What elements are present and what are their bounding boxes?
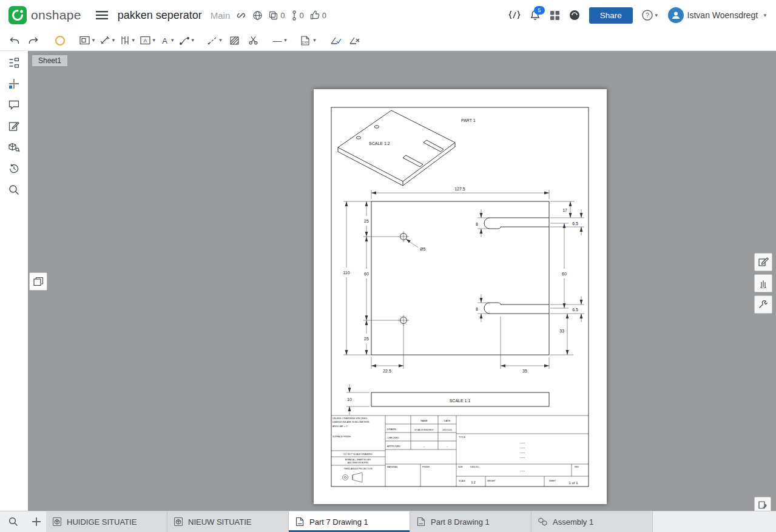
text-button[interactable]: A ▼ bbox=[160, 33, 177, 49]
markup-button[interactable] bbox=[5, 118, 23, 134]
iso-scale-label[interactable]: SCALE 1:2 bbox=[369, 141, 390, 146]
dimension-button[interactable]: ▼ bbox=[99, 33, 117, 49]
side-view[interactable]: SCALE 1:1 bbox=[371, 392, 549, 406]
tb-note3: ANGULAR: ± 1° bbox=[332, 425, 348, 428]
tab-search-button[interactable] bbox=[0, 511, 27, 532]
export-dxf-button[interactable]: DXF ▼ bbox=[299, 33, 318, 49]
drawing-toolbar: ▼ ▼ ▼ A ▼ A ▼ ▼ ▼ bbox=[0, 30, 776, 51]
explore-button[interactable] bbox=[5, 182, 23, 198]
drawing-sheet[interactable]: SCALE 1:2 PART 1 SC bbox=[314, 89, 607, 504]
comments-button[interactable] bbox=[5, 97, 23, 113]
update-views-button[interactable] bbox=[52, 33, 69, 49]
tab-huidige-situatie[interactable]: HUIDIGE SITUATIE bbox=[46, 511, 167, 532]
featurescript-icon[interactable] bbox=[508, 10, 521, 20]
ordinate-dimension-button[interactable]: ▼ bbox=[119, 33, 137, 49]
drawing-sheet-svg[interactable]: SCALE 1:2 PART 1 SC bbox=[314, 89, 607, 504]
tab-assembly-1[interactable]: Assembly 1 bbox=[531, 511, 653, 532]
tab-part-7-drawing-1[interactable]: Part 7 Drawing 1 bbox=[289, 511, 410, 532]
share-button[interactable]: Share bbox=[589, 7, 633, 24]
user-menu-button[interactable]: Istvan Woensdregt ▼ bbox=[668, 7, 768, 23]
document-tab-bar: HUIDIGE SITUATIE NIEUW SITUATIE Part 7 D… bbox=[0, 511, 776, 532]
tb-title-value-3: ----- bbox=[520, 451, 525, 454]
isometric-view[interactable]: SCALE 1:2 bbox=[338, 110, 455, 186]
link-icon[interactable] bbox=[236, 10, 246, 21]
part-label[interactable]: PART 1 bbox=[461, 118, 476, 123]
notifications-badge: 5 bbox=[534, 6, 545, 15]
clear-measure-button[interactable] bbox=[346, 33, 363, 49]
workspace-branch[interactable]: Main bbox=[211, 10, 231, 21]
insert-view-caret-icon: ▼ bbox=[91, 38, 96, 43]
title-block: UNLESS OTHERWISE SPECIFIED: DIMENSIONS A… bbox=[331, 416, 589, 487]
edit-sheet-button[interactable] bbox=[754, 253, 772, 271]
note-button[interactable]: A ▼ bbox=[139, 33, 158, 49]
likes-counter[interactable]: 0 bbox=[310, 10, 326, 20]
redo-button[interactable] bbox=[25, 33, 42, 49]
dim-bottom-offset: 25 bbox=[364, 337, 369, 341]
trim-button[interactable] bbox=[245, 33, 262, 49]
tb-title-value-4: ----- bbox=[520, 456, 525, 459]
plus-icon bbox=[32, 517, 41, 527]
dimension-labels[interactable]: 127.5 110 25 60 25 60 17 6.5 8 6.5 8 33 … bbox=[343, 187, 578, 402]
tb-finish-label: FINISH bbox=[422, 466, 430, 468]
tb-approved-label: APPROVED bbox=[387, 445, 400, 448]
right-panel-buttons bbox=[754, 253, 772, 314]
leader-button[interactable]: ▼ bbox=[178, 33, 197, 49]
app-store-icon[interactable] bbox=[550, 10, 560, 21]
tb-dwg-value: ----- bbox=[520, 469, 525, 473]
workspace: Sheet1 bbox=[0, 51, 776, 511]
tab-nieuw-situatie[interactable]: NIEUW SITUATIE bbox=[167, 511, 289, 532]
thumbs-up-icon bbox=[310, 10, 320, 20]
document-title[interactable]: pakken seperator bbox=[118, 9, 202, 22]
app-wordmark: onshape bbox=[31, 8, 81, 22]
touch-mode-button[interactable] bbox=[754, 274, 772, 292]
sheet-navigator-button[interactable] bbox=[754, 497, 771, 511]
tb-scale-value: 1:2 bbox=[471, 480, 475, 484]
insert-view-button[interactable]: ▼ bbox=[78, 33, 97, 49]
add-tab-button[interactable] bbox=[27, 511, 46, 532]
tb-weight-label: WEIGHT bbox=[487, 480, 496, 482]
dim-hole-diameter: Ø5 bbox=[420, 247, 425, 251]
tb-scale-label: SCALE bbox=[459, 480, 466, 482]
tb-drawn-label: DRAWN bbox=[387, 428, 396, 431]
public-globe-icon[interactable] bbox=[252, 10, 263, 21]
centerline-button[interactable]: ▼ bbox=[206, 33, 224, 49]
top-bar: onshape pakken seperator Main 0 0 0 bbox=[0, 0, 776, 30]
line-style-icon: — bbox=[273, 35, 282, 45]
svg-text:A: A bbox=[162, 36, 167, 45]
user-name: Istvan Woensdregt bbox=[687, 10, 758, 20]
line-style-button[interactable]: — ▼ bbox=[272, 33, 289, 49]
dim-slot-top-distance: 17 bbox=[562, 208, 567, 212]
dim-slot-width-bottom: 6.5 bbox=[572, 308, 578, 312]
tab-label: NIEUW SITUATIE bbox=[188, 517, 251, 527]
copies-counter[interactable]: 0 bbox=[269, 11, 285, 20]
onshape-logo[interactable]: onshape bbox=[8, 6, 81, 24]
add-dimension-button[interactable] bbox=[5, 76, 23, 92]
versions-counter[interactable]: 0 bbox=[291, 10, 304, 21]
learning-center-icon[interactable] bbox=[569, 10, 580, 21]
text-caret-icon: ▼ bbox=[170, 38, 175, 43]
history-button[interactable] bbox=[5, 161, 23, 177]
likes-count: 0 bbox=[322, 11, 326, 20]
tb-dwg-label: DWG NO. bbox=[470, 466, 479, 468]
hatch-button[interactable] bbox=[226, 33, 243, 49]
drawing-canvas[interactable]: Sheet1 bbox=[28, 51, 776, 511]
user-caret-icon: ▼ bbox=[763, 13, 768, 18]
document-menu-icon[interactable] bbox=[96, 10, 108, 20]
extension-lines bbox=[343, 190, 584, 406]
parts-properties-button[interactable] bbox=[5, 140, 23, 155]
configure-button[interactable] bbox=[754, 295, 772, 314]
help-menu-button[interactable]: ? ▼ bbox=[642, 10, 659, 21]
tab-part-8-drawing-1[interactable]: Part 8 Drawing 1 bbox=[410, 511, 531, 532]
front-view[interactable] bbox=[371, 201, 549, 355]
measure-button[interactable] bbox=[328, 33, 345, 49]
tb-drawn-date: 18/07/2025 bbox=[442, 429, 452, 431]
feature-list-button[interactable] bbox=[5, 55, 23, 70]
help-icon: ? bbox=[642, 10, 653, 21]
undo-button[interactable] bbox=[6, 33, 23, 49]
sheet-tab[interactable]: Sheet1 bbox=[32, 55, 68, 67]
notifications-button[interactable]: 5 bbox=[530, 10, 541, 21]
sheets-panel-button[interactable] bbox=[29, 272, 47, 291]
front-scale-label[interactable]: SCALE 1:1 bbox=[450, 399, 471, 403]
tb-break2: AND REMOVE BURRS bbox=[348, 462, 369, 464]
onshape-logo-icon bbox=[8, 6, 27, 24]
